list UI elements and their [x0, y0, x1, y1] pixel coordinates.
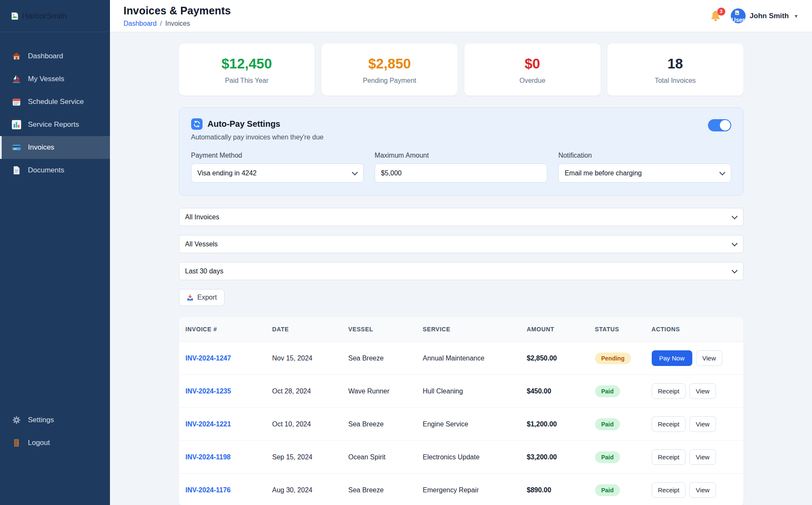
avatar: User	[731, 8, 746, 23]
invoice-service: Engine Service	[416, 412, 520, 437]
invoice-service: Hull Cleaning	[416, 379, 520, 404]
notification-count-badge: 3	[717, 8, 725, 16]
broken-image-icon	[10, 11, 19, 21]
sidebar-item-service-reports[interactable]: Service Reports	[0, 113, 110, 136]
receipt-button[interactable]: Receipt	[652, 449, 686, 465]
document-icon	[12, 166, 21, 175]
invoice-vessel: Sea Breeze	[342, 346, 416, 371]
calendar-icon	[12, 97, 21, 106]
notifications-button[interactable]: 3	[710, 10, 721, 22]
view-button[interactable]: View	[689, 449, 716, 465]
page-content: $12,450 Paid This Year $2,850 Pending Pa…	[110, 32, 812, 505]
invoice-link[interactable]: INV-2024-1235	[186, 388, 231, 395]
sidebar-nav: Dashboard My Vessels Schedule Service Se…	[0, 32, 110, 182]
invoice-link[interactable]: INV-2024-1176	[186, 486, 231, 494]
table-header-row: Invoice # Date Vessel Service Amount Sta…	[179, 317, 743, 342]
view-button[interactable]: View	[689, 416, 716, 432]
sidebar-item-logout[interactable]: Logout	[0, 431, 110, 454]
sidebar-item-invoices[interactable]: Invoices	[0, 136, 110, 159]
home-icon	[12, 52, 21, 61]
stat-card-paid-this-year: $12,450 Paid This Year	[179, 44, 315, 96]
payment-method-select[interactable]: Visa ending in 4242	[191, 164, 364, 183]
sidebar-item-documents[interactable]: Documents	[0, 159, 110, 182]
sync-icon	[191, 118, 203, 130]
vessel-filter-select[interactable]: All Vessels	[179, 235, 743, 253]
stat-label: Paid This Year	[183, 77, 311, 85]
invoice-service: Electronics Update	[416, 445, 520, 470]
breadcrumb-dashboard-link[interactable]: Dashboard	[123, 20, 156, 27]
view-button[interactable]: View	[689, 383, 716, 399]
stat-label: Pending Payment	[326, 77, 453, 85]
invoice-date: Oct 10, 2024	[266, 412, 342, 437]
date-range-select[interactable]: Last 30 days	[179, 262, 743, 280]
sidebar-item-label: Logout	[28, 439, 50, 447]
autopay-title: Auto-Pay Settings	[208, 119, 280, 129]
status-badge: Paid	[595, 418, 620, 430]
invoice-link[interactable]: INV-2024-1247	[186, 355, 231, 362]
autopay-toggle[interactable]	[708, 119, 731, 131]
avatar-alt-text: User	[732, 16, 745, 23]
invoice-link[interactable]: INV-2024-1221	[186, 420, 231, 428]
invoice-date: Oct 28, 2024	[266, 379, 342, 404]
invoice-date: Aug 30, 2024	[266, 478, 342, 502]
table-row: INV-2024-1221 Oct 10, 2024 Sea Breeze En…	[179, 408, 743, 441]
sidebar-footer: Settings Logout	[0, 409, 110, 505]
table-row: INV-2024-1247 Nov 15, 2024 Sea Breeze An…	[179, 342, 743, 375]
receipt-button[interactable]: Receipt	[652, 383, 686, 399]
invoice-vessel: Ocean Spirit	[342, 445, 416, 470]
table-body: INV-2024-1247 Nov 15, 2024 Sea Breeze An…	[179, 342, 743, 505]
user-name: John Smith	[750, 12, 789, 20]
payment-method-field: Payment Method Visa ending in 4242	[191, 152, 364, 183]
stat-value: $0	[469, 56, 596, 72]
receipt-button[interactable]: Receipt	[652, 416, 686, 432]
export-button[interactable]: Export	[179, 289, 225, 306]
sidebar-item-dashboard[interactable]: Dashboard	[0, 45, 110, 68]
stat-value: $2,850	[326, 56, 453, 72]
header-right: 3 User John Smith ▼	[710, 8, 798, 23]
invoice-vessel: Sea Breeze	[342, 412, 416, 437]
sidebar-item-label: Documents	[28, 166, 64, 175]
invoice-date: Sep 15, 2024	[266, 445, 342, 470]
view-button[interactable]: View	[689, 482, 716, 498]
stat-card-total-invoices: 18 Total Invoices	[607, 44, 743, 96]
stat-label: Total Invoices	[612, 77, 739, 85]
notification-field: Notification Email me before charging	[558, 152, 731, 183]
maximum-amount-input[interactable]	[375, 164, 547, 183]
sidebar-item-label: Schedule Service	[28, 98, 84, 106]
header-left: Invoices & Payments Dashboard / Invoices	[123, 5, 231, 27]
user-menu[interactable]: User John Smith ▼	[731, 8, 798, 23]
sidebar-item-my-vessels[interactable]: My Vessels	[0, 68, 110, 90]
status-badge: Paid	[595, 385, 620, 397]
autopay-subtitle: Automatically pay invoices when they're …	[191, 134, 324, 141]
invoice-link[interactable]: INV-2024-1198	[186, 453, 231, 461]
maximum-amount-field: Maximum Amount	[375, 152, 547, 183]
notification-select[interactable]: Email me before charging	[558, 164, 731, 183]
stat-card-overdue: $0 Overdue	[464, 44, 601, 96]
invoice-service: Emergency Repair	[416, 478, 520, 502]
column-header-service: Service	[416, 317, 520, 341]
invoice-service: Annual Maintenance	[416, 346, 520, 371]
export-label: Export	[198, 294, 217, 301]
view-button[interactable]: View	[696, 350, 722, 366]
page-title: Invoices & Payments	[123, 5, 231, 17]
stat-value: $12,450	[183, 56, 311, 72]
table-row: INV-2024-1198 Sep 15, 2024 Ocean Spirit …	[179, 441, 743, 474]
sidebar-item-schedule-service[interactable]: Schedule Service	[0, 90, 110, 113]
pay-now-button[interactable]: Pay Now	[652, 350, 692, 366]
breadcrumb-current: Invoices	[165, 20, 190, 27]
download-icon	[187, 294, 194, 301]
invoice-amount: $890.00	[520, 478, 588, 502]
toggle-knob	[720, 120, 730, 131]
column-header-vessel: Vessel	[342, 317, 416, 341]
sidebar-item-settings[interactable]: Settings	[0, 409, 110, 431]
invoice-vessel: Wave Runner	[342, 379, 416, 404]
invoices-table: Invoice # Date Vessel Service Amount Sta…	[179, 317, 743, 505]
receipt-button[interactable]: Receipt	[652, 482, 686, 498]
autopay-panel: Auto-Pay Settings Automatically pay invo…	[179, 107, 743, 196]
sidebar-item-label: Settings	[28, 416, 54, 424]
top-header: Invoices & Payments Dashboard / Invoices…	[110, 0, 812, 32]
table-row: INV-2024-1235 Oct 28, 2024 Wave Runner H…	[179, 375, 743, 408]
breadcrumb-separator: /	[160, 20, 162, 27]
invoice-filter-select[interactable]: All Invoices	[179, 208, 743, 226]
notification-label: Notification	[558, 152, 731, 159]
